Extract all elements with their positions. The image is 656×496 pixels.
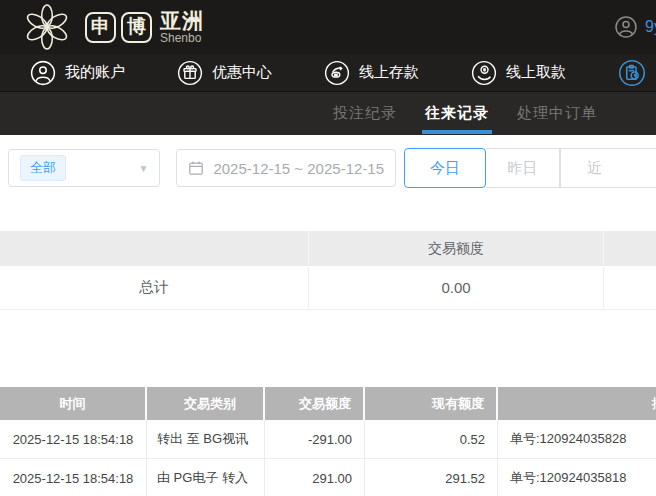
nav-label: 线上取款 bbox=[506, 63, 566, 82]
summary-total-value: 0.00 bbox=[308, 266, 603, 309]
cell-amount: 291.00 bbox=[265, 459, 365, 496]
tab-transaction-records[interactable]: 往来记录 bbox=[425, 92, 489, 135]
calendar-icon bbox=[188, 160, 204, 176]
yesterday-button[interactable]: 昨日 bbox=[486, 148, 560, 188]
summary-total-extra bbox=[603, 266, 656, 309]
chevron-down-icon: ▼ bbox=[139, 163, 149, 174]
record-tabs: 投注纪录 往来记录 处理中订单 bbox=[0, 92, 656, 135]
summary-table: 交易额度 总计 0.00 bbox=[0, 231, 656, 310]
account-menu[interactable]: 9y bbox=[614, 15, 656, 39]
col-header-type: 交易类别 bbox=[147, 387, 265, 420]
cell-time: 2025-12-15 18:54:18 bbox=[0, 420, 147, 458]
summary-total-label: 总计 bbox=[0, 266, 308, 309]
top-header: 申 博 亚洲 Shenbo 9y bbox=[0, 0, 656, 54]
username: 9y bbox=[645, 18, 656, 36]
today-button[interactable]: 今日 bbox=[404, 148, 486, 188]
tab-pending-orders[interactable]: 处理中订单 bbox=[517, 92, 597, 135]
logo-char-shen: 申 bbox=[85, 12, 116, 43]
filter-row: 全部 ▼ 2025-12-15 ~ 2025-12-15 今日 昨日 近 bbox=[8, 148, 656, 188]
summary-header-blank bbox=[0, 231, 308, 266]
quick-date-buttons: 今日 昨日 近 bbox=[404, 148, 656, 188]
user-avatar-icon bbox=[614, 15, 638, 39]
records-icon bbox=[618, 59, 646, 87]
cell-balance: 0.52 bbox=[365, 420, 498, 458]
summary-header-row: 交易额度 bbox=[0, 231, 656, 266]
nav-item-records[interactable] bbox=[618, 59, 655, 87]
tab-betting-records[interactable]: 投注纪录 bbox=[333, 92, 397, 135]
type-select[interactable]: 全部 ▼ bbox=[8, 149, 160, 187]
table-row: 2025-12-15 18:54:18 由 PG电子 转入 291.00 291… bbox=[0, 459, 656, 496]
main-nav: 我的账户 优惠中心 线上存款 bbox=[0, 54, 656, 92]
cell-note: 单号:120924035828 bbox=[498, 420, 656, 458]
transactions-header-row: 时间 交易类别 交易额度 现有额度 描述 bbox=[0, 387, 656, 420]
recent-days-button[interactable]: 近 bbox=[560, 148, 656, 188]
cell-note: 单号:120924035818 bbox=[498, 459, 656, 496]
logo-char-bo: 博 bbox=[121, 12, 152, 43]
cell-amount: -291.00 bbox=[265, 420, 365, 458]
col-header-balance: 现有额度 bbox=[365, 387, 498, 420]
gift-icon bbox=[177, 60, 203, 86]
withdraw-icon bbox=[471, 60, 497, 86]
col-header-amount: 交易额度 bbox=[265, 387, 365, 420]
logo-region-text: 亚洲 bbox=[160, 10, 204, 32]
nav-item-promotions[interactable]: 优惠中心 bbox=[177, 60, 272, 86]
logo-subtitle: Shenbo bbox=[160, 32, 204, 45]
nav-item-deposit[interactable]: 线上存款 bbox=[324, 60, 419, 86]
summary-header-amount: 交易额度 bbox=[308, 231, 603, 266]
cell-type: 转出 至 BG视讯 bbox=[147, 420, 265, 458]
nav-item-withdraw[interactable]: 线上取款 bbox=[471, 60, 566, 86]
nav-label: 我的账户 bbox=[65, 63, 125, 82]
user-icon bbox=[30, 60, 56, 86]
nav-label: 优惠中心 bbox=[212, 63, 272, 82]
cell-time: 2025-12-15 18:54:18 bbox=[0, 459, 147, 496]
col-header-time: 时间 bbox=[0, 387, 147, 420]
summary-header-extra bbox=[603, 231, 656, 266]
summary-total-row: 总计 0.00 bbox=[0, 266, 656, 310]
nav-label: 线上存款 bbox=[359, 63, 419, 82]
cell-type: 由 PG电子 转入 bbox=[147, 459, 265, 496]
brand-logo[interactable]: 申 博 亚洲 Shenbo bbox=[24, 4, 204, 50]
transactions-table: 时间 交易类别 交易额度 现有额度 描述 2025-12-15 18:54:18… bbox=[0, 387, 656, 496]
date-range-picker[interactable]: 2025-12-15 ~ 2025-12-15 bbox=[176, 149, 396, 187]
cell-balance: 291.52 bbox=[365, 459, 498, 496]
flower-logo-icon bbox=[24, 4, 70, 50]
nav-item-my-account[interactable]: 我的账户 bbox=[30, 60, 125, 86]
deposit-icon bbox=[324, 60, 350, 86]
date-range-value: 2025-12-15 ~ 2025-12-15 bbox=[213, 160, 384, 177]
table-row: 2025-12-15 18:54:18 转出 至 BG视讯 -291.00 0.… bbox=[0, 420, 656, 459]
col-header-note: 描述 bbox=[498, 387, 656, 420]
selected-type-tag[interactable]: 全部 bbox=[20, 155, 66, 181]
